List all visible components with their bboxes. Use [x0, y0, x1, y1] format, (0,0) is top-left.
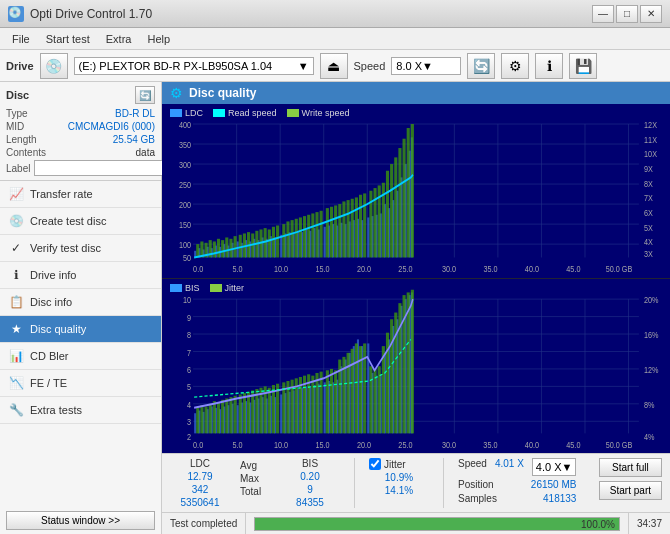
svg-text:5.0: 5.0	[232, 263, 242, 274]
eject-button[interactable]: ⏏	[320, 53, 348, 79]
fe-te-icon: 📉	[8, 375, 24, 391]
disc-length-label: Length	[6, 134, 37, 145]
max-label: Max	[240, 473, 259, 484]
ldc-avg-value: 12.79	[170, 471, 230, 482]
close-button[interactable]: ✕	[640, 5, 662, 23]
start-full-button[interactable]: Start full	[599, 458, 662, 477]
svg-text:8%: 8%	[644, 398, 655, 409]
svg-text:10.0: 10.0	[274, 439, 288, 450]
ldc-chart: LDC Read speed Write speed	[162, 104, 670, 279]
bis-stats-col: BIS 0.20 9 84355	[280, 458, 340, 508]
svg-rect-244	[243, 393, 246, 433]
svg-rect-134	[398, 148, 401, 257]
samples-key: Samples	[458, 493, 497, 504]
info-icon-btn[interactable]: ℹ	[535, 53, 563, 79]
svg-rect-93	[221, 240, 224, 257]
svg-rect-242	[234, 395, 237, 433]
svg-text:30.0: 30.0	[442, 263, 456, 274]
chart2-legend: BIS Jitter	[170, 283, 244, 293]
jitter-checkbox[interactable]	[369, 458, 381, 470]
jitter-label: Jitter	[384, 459, 406, 470]
sidebar-item-drive-info[interactable]: ℹ Drive info	[0, 262, 161, 289]
disc-label-input[interactable]	[34, 160, 167, 176]
sidebar-item-fe-te[interactable]: 📉 FE / TE	[0, 370, 161, 397]
svg-text:20.0: 20.0	[357, 439, 371, 450]
menu-extra[interactable]: Extra	[98, 31, 140, 47]
menu-start-test[interactable]: Start test	[38, 31, 98, 47]
svg-rect-45	[237, 241, 239, 257]
start-part-button[interactable]: Start part	[599, 481, 662, 500]
disc-type-value: BD-R DL	[115, 108, 155, 119]
samples-row: Samples 418133	[458, 493, 576, 504]
speed-select-stats[interactable]: 4.0 X ▼	[532, 458, 577, 476]
svg-text:250: 250	[179, 179, 191, 190]
svg-rect-110	[295, 219, 298, 258]
sidebar-item-create-test-disc[interactable]: 💿 Create test disc	[0, 208, 161, 235]
menu-file[interactable]: File	[4, 31, 38, 47]
svg-rect-126	[363, 193, 366, 257]
svg-text:300: 300	[179, 159, 191, 170]
read-speed-legend-item: Read speed	[213, 108, 277, 118]
maximize-button[interactable]: □	[616, 5, 638, 23]
svg-rect-108	[286, 221, 289, 257]
svg-text:20%: 20%	[644, 294, 659, 305]
svg-rect-125	[359, 195, 362, 258]
svg-rect-105	[272, 227, 275, 258]
drive-icon-btn[interactable]: 💿	[40, 53, 68, 79]
disc-refresh-btn[interactable]: 🔄	[135, 86, 155, 104]
svg-text:50.0 GB: 50.0 GB	[606, 439, 633, 450]
read-speed-legend-label: Read speed	[228, 108, 277, 118]
svg-text:5: 5	[187, 381, 191, 392]
svg-rect-273	[369, 366, 372, 433]
svg-text:4%: 4%	[644, 431, 655, 442]
svg-text:5.0: 5.0	[232, 439, 242, 450]
disc-contents-label: Contents	[6, 147, 46, 158]
status-window-button[interactable]: Status window >>	[6, 511, 155, 530]
svg-text:15.0: 15.0	[315, 439, 329, 450]
sidebar-item-label: Transfer rate	[30, 188, 93, 200]
svg-rect-243	[239, 394, 242, 433]
sidebar-item-verify-test-disc[interactable]: ✓ Verify test disc	[0, 235, 161, 262]
content-title: Disc quality	[189, 86, 256, 100]
transfer-rate-icon: 📈	[8, 186, 24, 202]
action-buttons: Start full Start part	[599, 458, 662, 500]
svg-rect-95	[229, 239, 232, 258]
speed-select[interactable]: 8.0 X ▼	[391, 57, 461, 75]
svg-rect-233	[196, 407, 199, 433]
svg-text:45.0: 45.0	[566, 263, 580, 274]
position-row: Position 26150 MB	[458, 479, 576, 490]
settings-button[interactable]: ⚙	[501, 53, 529, 79]
verify-test-disc-icon: ✓	[8, 240, 24, 256]
sidebar-item-disc-info[interactable]: 📋 Disc info	[0, 289, 161, 316]
speed-key: Speed	[458, 458, 487, 476]
menu-help[interactable]: Help	[139, 31, 178, 47]
bis-legend-color	[170, 284, 182, 292]
read-speed-legend-color	[213, 109, 225, 117]
sidebar-item-transfer-rate[interactable]: 📈 Transfer rate	[0, 181, 161, 208]
extra-tests-icon: 🔧	[8, 402, 24, 418]
refresh-button[interactable]: 🔄	[467, 53, 495, 79]
minimize-button[interactable]: —	[592, 5, 614, 23]
write-speed-legend-color	[287, 109, 299, 117]
speed-val: 4.01 X	[495, 458, 524, 476]
sidebar-item-extra-tests[interactable]: 🔧 Extra tests	[0, 397, 161, 424]
svg-text:12X: 12X	[644, 119, 657, 130]
jitter-legend-color	[210, 284, 222, 292]
speed-select-arrow: ▼	[562, 461, 573, 473]
drive-bar: Drive 💿 (E:) PLEXTOR BD-R PX-LB950SA 1.0…	[0, 50, 670, 82]
jitter-avg-value: 10.9%	[369, 472, 429, 483]
drive-select[interactable]: (E:) PLEXTOR BD-R PX-LB950SA 1.04 ▼	[74, 57, 314, 75]
window-controls: — □ ✕	[592, 5, 662, 23]
disc-mid-row: MID CMCMAGDI6 (000)	[6, 121, 155, 132]
svg-rect-132	[390, 164, 393, 257]
create-test-disc-icon: 💿	[8, 213, 24, 229]
drive-dropdown-arrow: ▼	[298, 60, 309, 72]
sidebar-item-cd-bler[interactable]: 📊 CD Bler	[0, 343, 161, 370]
svg-rect-136	[407, 128, 410, 257]
save-button[interactable]: 💾	[569, 53, 597, 79]
svg-text:50: 50	[183, 253, 191, 264]
sidebar-item-disc-quality[interactable]: ★ Disc quality	[0, 316, 161, 343]
ldc-max-value: 342	[170, 484, 230, 495]
svg-text:8X: 8X	[644, 178, 653, 189]
svg-text:16%: 16%	[644, 329, 659, 340]
